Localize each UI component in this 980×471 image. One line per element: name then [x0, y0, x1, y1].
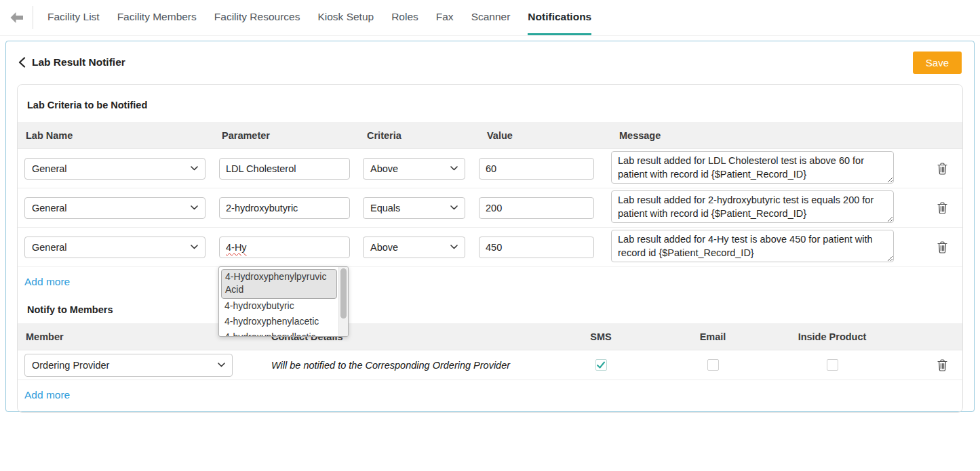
scrollbar[interactable]	[338, 267, 348, 336]
lab-name-selected-value: General	[32, 242, 67, 253]
add-more-criteria-link[interactable]: Add more	[24, 276, 70, 288]
sms-checkbox[interactable]	[595, 359, 607, 371]
parameter-autocomplete-dropdown: 4-Hydroxyphenylpyruvic Acid 4-hydroxybut…	[218, 266, 349, 337]
criteria-select[interactable]: Equals	[363, 197, 465, 219]
page-title: Lab Result Notifier	[32, 56, 125, 68]
lab-criteria-heading: Lab Criteria to be Notified	[27, 100, 962, 110]
criteria-select[interactable]: Above	[363, 158, 465, 180]
notify-members-table: Member Contact Details SMS Email Inside …	[18, 323, 962, 380]
member-selected-value: Ordering Provider	[32, 360, 109, 371]
col-sms: SMS	[567, 331, 635, 342]
chevron-down-icon	[191, 166, 198, 171]
autocomplete-option-highlighted[interactable]: 4-Hydroxyphenylpyruvic Acid	[221, 269, 337, 300]
lab-criteria-table-header: Lab Name Parameter Criteria Value Messag…	[18, 122, 962, 149]
chevron-down-icon	[191, 245, 198, 249]
page-background	[0, 412, 980, 470]
criteria-selected-value: Equals	[370, 203, 400, 213]
trash-icon[interactable]	[937, 359, 947, 371]
back-chevron-icon[interactable]	[18, 57, 26, 68]
lab-criteria-row-3: General 4-Hy 4-Hydroxyphenylpyruvic Acid…	[18, 228, 962, 267]
parameter-input[interactable]	[219, 158, 350, 180]
add-more-members-link[interactable]: Add more	[24, 389, 70, 401]
parameter-input[interactable]: 4-Hy	[219, 237, 350, 258]
value-input[interactable]	[479, 197, 594, 219]
col-lab-name: Lab Name	[18, 130, 219, 141]
back-arrow-icon[interactable]	[0, 0, 33, 35]
notify-members-heading: Notify to Members	[27, 304, 962, 315]
col-parameter: Parameter	[219, 130, 363, 141]
lab-criteria-row-2: General Equals Lab r	[18, 188, 962, 228]
tab-scanner[interactable]: Scanner	[471, 0, 511, 35]
lab-name-select[interactable]: General	[24, 237, 205, 258]
tab-fax[interactable]: Fax	[436, 0, 454, 35]
value-input[interactable]	[479, 158, 594, 180]
parameter-typed-text: 4-Hy	[226, 242, 247, 253]
member-select[interactable]: Ordering Provider	[24, 354, 233, 377]
top-navigation: Facility List Facility Members Facility …	[0, 0, 980, 36]
col-inside-product: Inside Product	[791, 331, 874, 342]
message-textarea[interactable]: Lab result added for 2-hydroxybutyric te…	[611, 190, 894, 223]
lab-result-notifier-panel: Lab Result Notifier Save Lab Criteria to…	[5, 41, 975, 412]
message-textarea[interactable]: Lab result added for 4-Hy test is above …	[611, 230, 894, 262]
tab-notifications[interactable]: Notifications	[528, 0, 591, 35]
chevron-down-icon	[218, 363, 225, 367]
autocomplete-option[interactable]: 4-hydroxyphenyllactic	[221, 330, 337, 336]
notify-member-row-1: Ordering Provider Will be notified to th…	[18, 350, 962, 380]
col-email: Email	[635, 331, 791, 342]
autocomplete-option[interactable]: 4-hydroxyphenylacetic	[221, 314, 337, 330]
trash-icon[interactable]	[937, 241, 947, 253]
col-message: Message	[611, 130, 896, 141]
message-textarea[interactable]: Lab result added for LDL Cholesterol tes…	[611, 151, 894, 184]
lab-criteria-table: Lab Name Parameter Criteria Value Messag…	[18, 122, 962, 267]
chevron-down-icon	[191, 205, 198, 210]
lab-name-selected-value: General	[32, 163, 67, 174]
tab-facility-members[interactable]: Facility Members	[117, 0, 197, 35]
lab-name-selected-value: General	[32, 203, 67, 213]
trash-icon[interactable]	[937, 163, 947, 175]
criteria-select[interactable]: Above	[363, 237, 465, 258]
chevron-down-icon	[450, 245, 458, 249]
chevron-down-icon	[450, 166, 458, 171]
nav-divider	[33, 6, 33, 29]
tab-roles[interactable]: Roles	[391, 0, 418, 35]
nav-tabs: Facility List Facility Members Facility …	[39, 0, 600, 35]
tab-facility-list[interactable]: Facility List	[47, 0, 100, 35]
notifier-form-card: Lab Criteria to be Notified Lab Name Par…	[17, 84, 963, 413]
autocomplete-list: 4-Hydroxyphenylpyruvic Acid 4-hydroxybut…	[219, 267, 338, 336]
autocomplete-option[interactable]: 4-hydroxybutyric	[221, 299, 337, 314]
tab-kiosk-setup[interactable]: Kiosk Setup	[317, 0, 374, 35]
inside-product-checkbox[interactable]	[827, 359, 838, 371]
page-header: Lab Result Notifier Save	[17, 50, 963, 75]
chevron-down-icon	[450, 205, 458, 210]
lab-criteria-row-1: General Above Lab re	[18, 149, 962, 188]
col-criteria: Criteria	[363, 130, 479, 141]
lab-name-select[interactable]: General	[24, 197, 205, 219]
trash-icon[interactable]	[937, 202, 947, 214]
lab-name-select[interactable]: General	[24, 158, 205, 180]
email-checkbox[interactable]	[707, 359, 719, 371]
save-button[interactable]: Save	[913, 52, 962, 74]
parameter-input[interactable]	[219, 197, 350, 219]
tab-facility-resources[interactable]: Facility Resources	[214, 0, 300, 35]
notify-members-table-header: Member Contact Details SMS Email Inside …	[18, 323, 962, 350]
scrollbar-thumb[interactable]	[340, 268, 347, 319]
value-input[interactable]	[479, 237, 594, 258]
contact-details-note: Will be notified to the Corresponding Or…	[271, 360, 510, 371]
criteria-selected-value: Above	[370, 163, 398, 174]
col-value: Value	[479, 130, 611, 141]
criteria-selected-value: Above	[370, 242, 398, 253]
